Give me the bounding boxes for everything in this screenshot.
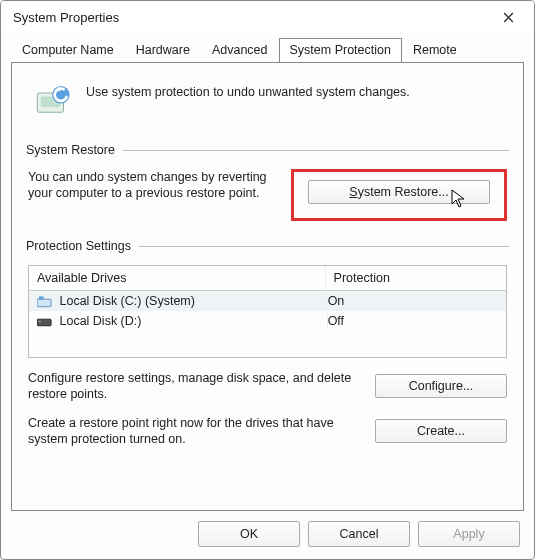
create-button[interactable]: Create... (375, 419, 507, 443)
drive-protection: On (328, 294, 498, 308)
system-protection-icon (32, 79, 74, 121)
section-protection-header: Protection Settings (26, 239, 509, 253)
section-protection-title: Protection Settings (26, 239, 131, 253)
tab-strip: Computer Name Hardware Advanced System P… (1, 33, 534, 62)
tab-advanced[interactable]: Advanced (201, 38, 279, 63)
col-protection[interactable]: Protection (326, 266, 506, 290)
table-row[interactable]: Local Disk (C:) (System) On (29, 291, 506, 311)
cancel-button[interactable]: Cancel (308, 521, 410, 547)
svg-rect-5 (37, 319, 51, 326)
col-drives[interactable]: Available Drives (29, 266, 326, 290)
highlight-box: System Restore... (291, 169, 507, 221)
system-restore-button[interactable]: System Restore... (308, 180, 490, 204)
svg-rect-6 (39, 321, 41, 322)
table-padding (29, 331, 506, 357)
drives-table: Available Drives Protection Local Disk (… (28, 265, 507, 358)
os-drive-icon (37, 296, 52, 308)
system-properties-window: System Properties Computer Name Hardware… (0, 0, 535, 560)
intro-row: Use system protection to undo unwanted s… (26, 75, 509, 131)
svg-rect-3 (37, 299, 51, 307)
window-title: System Properties (13, 10, 490, 25)
tab-body: Use system protection to undo unwanted s… (11, 62, 524, 511)
intro-text: Use system protection to undo unwanted s… (86, 79, 410, 99)
dialog-footer: OK Cancel Apply (1, 511, 534, 559)
divider (123, 150, 509, 151)
section-restore-title: System Restore (26, 143, 115, 157)
tab-remote[interactable]: Remote (402, 38, 468, 63)
close-icon (503, 12, 514, 23)
svg-rect-4 (39, 296, 44, 299)
system-restore-button-label: ystem Restore... (358, 185, 449, 199)
divider (139, 246, 509, 247)
table-row[interactable]: Local Disk (D:) Off (29, 311, 506, 331)
section-restore-header: System Restore (26, 143, 509, 157)
configure-button[interactable]: Configure... (375, 374, 507, 398)
tab-hardware[interactable]: Hardware (125, 38, 201, 63)
restore-description: You can undo system changes by reverting… (28, 169, 277, 202)
tab-system-protection[interactable]: System Protection (279, 38, 402, 63)
ok-button[interactable]: OK (198, 521, 300, 547)
tab-computer-name[interactable]: Computer Name (11, 38, 125, 63)
configure-description: Configure restore settings, manage disk … (28, 370, 361, 403)
create-description: Create a restore point right now for the… (28, 415, 361, 448)
close-button[interactable] (490, 3, 526, 31)
apply-button[interactable]: Apply (418, 521, 520, 547)
drive-protection: Off (328, 314, 498, 328)
configure-row: Configure restore settings, manage disk … (26, 368, 509, 405)
drive-name: Local Disk (D:) (59, 314, 141, 328)
table-header: Available Drives Protection (29, 266, 506, 291)
restore-row: You can undo system changes by reverting… (26, 165, 509, 227)
titlebar: System Properties (1, 1, 534, 33)
create-row: Create a restore point right now for the… (26, 413, 509, 450)
drive-icon (37, 316, 52, 328)
drive-name: Local Disk (C:) (System) (59, 294, 194, 308)
